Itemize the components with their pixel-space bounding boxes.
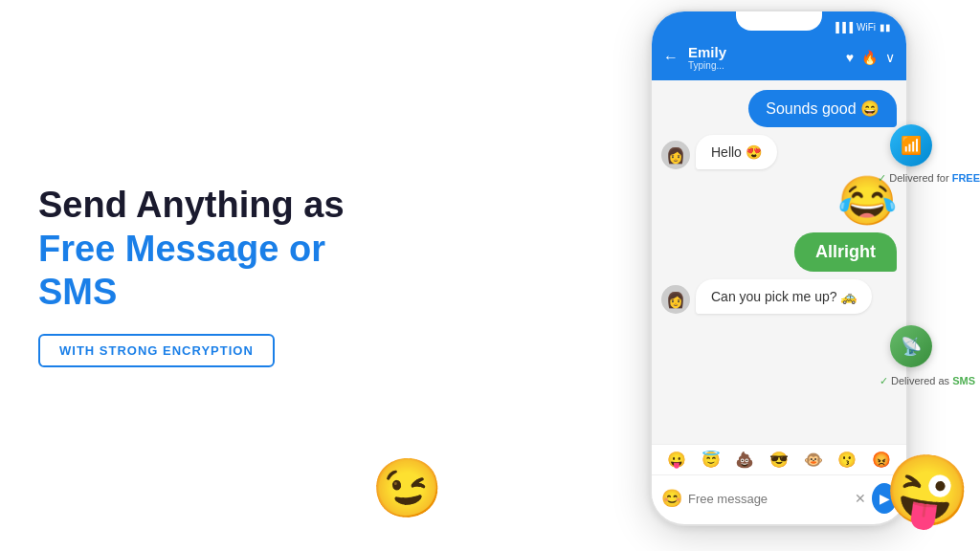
received-bubble-hello: 👩 Hello 😍 (661, 135, 777, 169)
battery-icon: ▮▮ (880, 22, 891, 33)
emoji-option-1[interactable]: 😛 (667, 451, 686, 469)
headline-line1: Send Anything as (38, 184, 402, 228)
floating-laugh-emoji: 😜 (880, 445, 976, 538)
back-button[interactable]: ← (663, 49, 679, 66)
received-text-taxi: Can you pick me up? 🚕 (696, 279, 872, 314)
chat-header: ← Emily Typing... ♥ 🔥 ∨ (652, 38, 906, 80)
encryption-badge: WITH STRONG ENCRYPTION (38, 334, 275, 367)
wifi-icon-green: 📡 (901, 336, 922, 357)
contact-name: Emily (688, 44, 836, 60)
wifi-badge-blue: 📶 (890, 124, 932, 166)
emoji-option-2[interactable]: 😇 (702, 451, 721, 469)
emoji-option-6[interactable]: 😗 (837, 451, 857, 469)
emoji-button[interactable]: 😊 (661, 488, 682, 509)
chevron-down-icon[interactable]: ∨ (885, 50, 895, 65)
check-mark-free: ✓ (878, 172, 889, 184)
contact-info: Emily Typing... (688, 44, 836, 71)
delivered-text-sms: Delivered as (891, 375, 949, 386)
floating-wink-emoji: 😉 (368, 452, 446, 525)
emoji-option-4[interactable]: 😎 (769, 451, 789, 469)
emoji-option-5[interactable]: 🐵 (804, 451, 823, 469)
delivered-free-label: ✓ Delivered for FREE (878, 172, 980, 185)
contact-avatar-2: 👩 (661, 285, 690, 314)
free-keyword: FREE (952, 172, 980, 184)
status-icons: ▐▐▐ WiFi ▮▮ (833, 22, 891, 33)
delivered-text-free: Delivered for (889, 172, 948, 184)
phone-frame: ▐▐▐ WiFi ▮▮ ← Emily Typing... ♥ 🔥 ∨ Soun… (650, 10, 908, 526)
signal-icon: ▐▐▐ (833, 22, 853, 33)
contact-avatar: 👩 (661, 141, 690, 169)
received-text-hello: Hello 😍 (696, 135, 777, 169)
left-section: Send Anything as Free Message or SMS WIT… (38, 184, 402, 367)
clear-button[interactable]: ✕ (855, 491, 866, 506)
input-bar: 😊 ✕ ▶ (652, 474, 906, 521)
phone-mockup: ▐▐▐ WiFi ▮▮ ← Emily Typing... ♥ 🔥 ∨ Soun… (635, 10, 923, 526)
sms-keyword: SMS (952, 375, 975, 386)
delivered-sms-label: ✓ Delivered as SMS (880, 375, 975, 387)
sent-bubble-allright: Allright (794, 232, 897, 272)
headline-line2: Free Message or SMS (38, 228, 402, 315)
wifi-badge-green: 📡 (890, 325, 932, 367)
message-input[interactable] (688, 492, 849, 506)
emoji-option-3[interactable]: 💩 (735, 451, 754, 469)
wifi-status-icon: WiFi (857, 22, 876, 33)
chat-area: Sounds good 😄 👩 Hello 😍 😂 Allright 👩 Can… (652, 80, 906, 444)
phone-notch (736, 11, 822, 31)
wifi-icon-blue: 📶 (901, 135, 922, 156)
received-bubble-taxi: 👩 Can you pick me up? 🚕 (661, 279, 872, 314)
header-action-icons: ♥ 🔥 ∨ (846, 50, 895, 65)
check-mark-sms: ✓ (880, 375, 891, 386)
contact-status: Typing... (688, 60, 836, 71)
sent-bubble-sounds-good: Sounds good 😄 (748, 90, 897, 127)
heart-icon[interactable]: ♥ (846, 50, 854, 65)
emoji-row[interactable]: 😛 😇 💩 😎 🐵 😗 😡 (652, 444, 906, 474)
fire-icon[interactable]: 🔥 (861, 50, 878, 65)
